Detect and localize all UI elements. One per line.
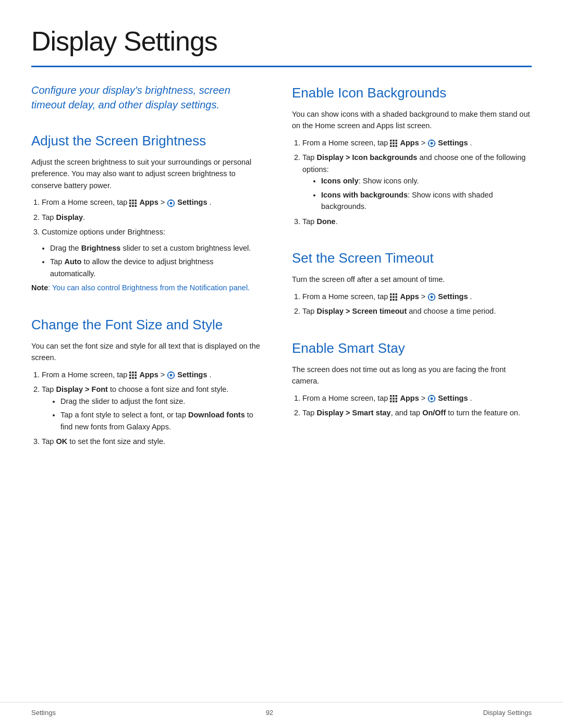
svg-point-10 [170,202,173,204]
timeout-steps: From a Home screen, tap Ap [302,291,532,317]
svg-rect-56 [431,293,432,294]
settings-gear-icon-4 [427,293,436,301]
svg-rect-8 [135,205,137,207]
svg-rect-34 [393,142,395,144]
smart-stay-step-2: Tap Display > Smart stay, and tap On/Off… [302,407,532,418]
svg-rect-0 [129,200,131,202]
right-column: Enable Icon Backgrounds You can show ico… [292,83,532,440]
svg-rect-71 [431,395,432,396]
footer-page-number: 92 [266,708,273,718]
font-step-2: Tap Display > Font to choose a font size… [42,384,261,433]
svg-point-25 [170,374,173,377]
svg-rect-66 [390,400,392,402]
svg-rect-17 [135,372,137,374]
note-label: Note [31,283,48,292]
svg-rect-64 [393,398,395,400]
apps-grid-icon-5 [390,395,397,402]
brightness-title: Adjust the Screen Brightness [31,131,261,151]
svg-rect-20 [135,374,137,376]
brightness-step-2: Tap Display. [42,212,261,223]
settings-gear-icon-3 [427,139,436,147]
svg-rect-11 [170,199,172,200]
display-label-1: Display [56,213,83,221]
svg-rect-1 [132,200,134,202]
svg-rect-19 [132,374,134,376]
icon-bg-steps: From a Home screen, tap Ap [302,137,532,227]
font-bullet-1: Drag the slider to adjust the font size. [60,396,261,407]
font-steps: From a Home screen, tap Ap [42,369,261,448]
svg-rect-62 [396,395,398,397]
brightness-bullet-2: Tap Auto to allow the device to adjust b… [50,256,261,279]
settings-label-1: Settings [177,198,207,206]
svg-rect-6 [129,205,131,207]
svg-rect-57 [431,300,432,301]
settings-label-2: Settings [177,371,207,379]
svg-rect-4 [132,202,134,204]
brightness-note: Note: You can also control Brightness fr… [31,282,261,294]
svg-rect-65 [396,398,398,400]
svg-rect-48 [390,296,392,298]
section-timeout: Set the Screen Timeout Turn the screen o… [292,248,532,317]
svg-rect-16 [132,372,134,374]
timeout-step-2: Tap Display > Screen timeout and choose … [302,305,532,317]
smart-stay-step-1: From a Home screen, tap Ap [302,392,532,404]
apps-label-4: Apps [400,292,419,301]
smart-stay-steps: From a Home screen, tap Ap [302,392,532,419]
svg-rect-61 [393,395,395,397]
icon-bg-bullets: Icons only: Show icons only. Icons with … [321,175,532,212]
svg-rect-21 [129,377,131,379]
apps-grid-icon-4 [390,293,397,301]
svg-rect-37 [393,145,395,147]
section-icon-bg: Enable Icon Backgrounds You can show ico… [292,83,532,227]
page-footer: Settings 92 Display Settings [0,702,563,718]
svg-rect-15 [129,372,131,374]
svg-rect-63 [390,398,392,400]
svg-rect-28 [167,375,168,376]
svg-rect-59 [434,297,435,298]
svg-rect-67 [393,400,395,402]
svg-point-55 [431,295,433,298]
font-bullets: Drag the slider to adjust the font size.… [60,396,261,433]
settings-label-5: Settings [438,394,468,402]
settings-gear-icon-2 [167,371,175,379]
svg-rect-45 [390,293,392,295]
svg-rect-46 [393,293,395,295]
apps-label-3: Apps [400,139,419,147]
page-title: Display Settings [31,21,532,61]
smart-stay-desc: The screen does not time out as long as … [292,364,532,387]
brightness-step-1: From a Home screen, tap Ap [42,196,261,208]
font-step-3: Tap OK to set the font size and style. [42,436,261,447]
brightness-bullets: Drag the Brightness slider to set a cust… [50,242,261,279]
settings-label-4: Settings [438,292,468,301]
icon-bg-bullet-1: Icons only: Show icons only. [321,175,532,187]
svg-rect-41 [431,140,432,141]
svg-rect-7 [132,205,134,207]
svg-rect-35 [396,142,398,144]
brightness-steps: From a Home screen, tap Ap [42,196,261,238]
svg-rect-30 [390,140,392,142]
svg-point-40 [431,142,433,145]
svg-rect-32 [396,140,398,142]
settings-gear-icon [167,199,175,207]
svg-rect-31 [393,140,395,142]
svg-rect-26 [170,372,172,373]
icon-bg-step-2: Tap Display > Icon backgrounds and choos… [302,152,532,212]
svg-rect-29 [174,375,175,376]
settings-label-3: Settings [438,139,468,147]
svg-rect-33 [390,142,392,144]
footer-left: Settings [31,708,56,718]
svg-rect-22 [132,377,134,379]
svg-rect-72 [431,401,432,402]
settings-gear-icon-5 [427,394,436,403]
apps-grid-icon-3 [390,140,397,147]
apps-label-2: Apps [139,371,158,379]
section-brightness: Adjust the Screen Brightness Adjust the … [31,131,261,294]
title-divider [31,66,532,67]
icon-bg-desc: You can show icons with a shaded backgro… [292,108,532,132]
apps-grid-icon-2 [129,372,137,379]
svg-rect-68 [396,400,398,402]
svg-rect-2 [135,200,137,202]
svg-rect-18 [129,374,131,376]
svg-rect-73 [428,398,429,399]
svg-rect-51 [390,299,392,301]
